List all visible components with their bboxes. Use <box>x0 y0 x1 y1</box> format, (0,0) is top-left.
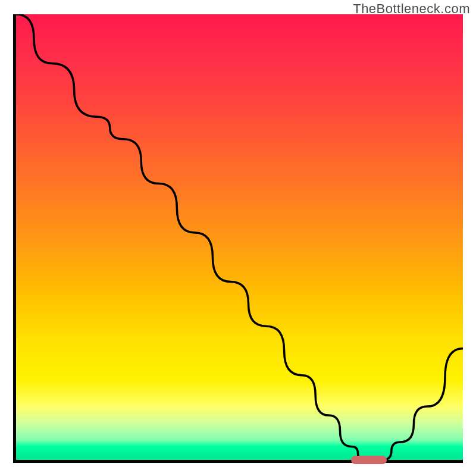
plot-area <box>13 14 463 463</box>
optimal-range-marker <box>351 456 387 464</box>
watermark-text: TheBottleneck.com <box>353 1 470 17</box>
curve-path <box>16 14 463 460</box>
chart-container: TheBottleneck.com <box>0 0 476 476</box>
bottleneck-curve <box>16 14 463 460</box>
